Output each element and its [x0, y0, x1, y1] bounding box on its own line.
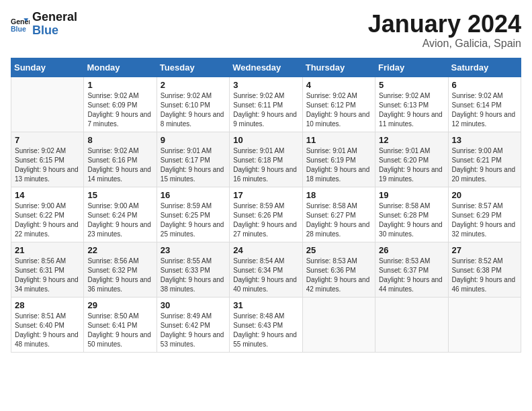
day-number: 20	[452, 190, 517, 200]
day-number: 25	[306, 245, 371, 255]
day-info: Sunrise: 9:02 AMSunset: 6:10 PMDaylight:…	[161, 91, 226, 129]
day-number: 7	[15, 135, 80, 145]
day-info: Sunrise: 8:59 AMSunset: 6:25 PMDaylight:…	[161, 201, 226, 239]
day-number: 22	[87, 245, 152, 255]
day-info: Sunrise: 9:02 AMSunset: 6:13 PMDaylight:…	[379, 91, 444, 129]
calendar-cell: 9Sunrise: 9:01 AMSunset: 6:17 PMDaylight…	[157, 132, 229, 187]
day-number: 9	[161, 135, 226, 145]
day-info: Sunrise: 9:02 AMSunset: 6:15 PMDaylight:…	[15, 146, 80, 184]
day-info: Sunrise: 9:02 AMSunset: 6:09 PMDaylight:…	[87, 91, 152, 129]
day-info: Sunrise: 8:56 AMSunset: 6:31 PMDaylight:…	[15, 257, 80, 294]
calendar-cell: 8Sunrise: 9:02 AMSunset: 6:16 PMDaylight…	[84, 132, 157, 187]
day-info: Sunrise: 9:02 AMSunset: 6:14 PMDaylight:…	[452, 91, 517, 129]
day-number: 1	[87, 80, 152, 90]
logo: General Blue GeneralBlue	[11, 11, 77, 38]
calendar-cell: 24Sunrise: 8:54 AMSunset: 6:34 PMDayligh…	[230, 242, 302, 297]
calendar-cell: 25Sunrise: 8:53 AMSunset: 6:36 PMDayligh…	[302, 242, 375, 297]
day-info: Sunrise: 9:00 AMSunset: 6:22 PMDaylight:…	[15, 201, 80, 239]
day-info: Sunrise: 9:02 AMSunset: 6:12 PMDaylight:…	[306, 91, 371, 129]
day-info: Sunrise: 9:01 AMSunset: 6:18 PMDaylight:…	[233, 146, 298, 184]
calendar-cell: 23Sunrise: 8:55 AMSunset: 6:33 PMDayligh…	[157, 242, 229, 297]
title-block: January 2024 Avion, Galicia, Spain	[368, 11, 521, 50]
calendar-cell	[448, 297, 521, 352]
day-number: 27	[452, 245, 517, 255]
day-info: Sunrise: 8:58 AMSunset: 6:27 PMDaylight:…	[306, 201, 371, 239]
day-number: 31	[233, 300, 298, 310]
page-header: General Blue GeneralBlue January 2024 Av…	[11, 11, 521, 50]
calendar-cell	[11, 77, 84, 132]
location-subtitle: Avion, Galicia, Spain	[368, 38, 521, 50]
day-info: Sunrise: 9:01 AMSunset: 6:20 PMDaylight:…	[379, 146, 444, 184]
day-header-friday: Friday	[375, 58, 448, 77]
calendar-cell: 18Sunrise: 8:58 AMSunset: 6:27 PMDayligh…	[302, 187, 375, 242]
calendar-cell: 30Sunrise: 8:49 AMSunset: 6:42 PMDayligh…	[157, 297, 229, 352]
calendar-cell	[375, 297, 448, 352]
day-header-sunday: Sunday	[11, 58, 84, 77]
day-number: 13	[452, 135, 517, 145]
calendar-cell: 26Sunrise: 8:53 AMSunset: 6:37 PMDayligh…	[375, 242, 448, 297]
calendar-cell: 7Sunrise: 9:02 AMSunset: 6:15 PMDaylight…	[11, 132, 84, 187]
day-header-saturday: Saturday	[448, 58, 521, 77]
day-number: 15	[87, 190, 152, 200]
day-number: 24	[233, 245, 298, 255]
day-info: Sunrise: 8:53 AMSunset: 6:37 PMDaylight:…	[379, 257, 444, 294]
day-info: Sunrise: 8:53 AMSunset: 6:36 PMDaylight:…	[306, 257, 371, 294]
day-number: 12	[379, 135, 444, 145]
day-info: Sunrise: 8:52 AMSunset: 6:38 PMDaylight:…	[452, 257, 517, 294]
calendar-cell: 20Sunrise: 8:57 AMSunset: 6:29 PMDayligh…	[448, 187, 521, 242]
day-number: 19	[379, 190, 444, 200]
calendar-cell: 10Sunrise: 9:01 AMSunset: 6:18 PMDayligh…	[230, 132, 302, 187]
day-number: 29	[87, 300, 152, 310]
calendar-cell: 29Sunrise: 8:50 AMSunset: 6:41 PMDayligh…	[84, 297, 157, 352]
calendar-week-row: 7Sunrise: 9:02 AMSunset: 6:15 PMDaylight…	[11, 132, 521, 187]
day-info: Sunrise: 9:00 AMSunset: 6:24 PMDaylight:…	[87, 201, 152, 239]
day-info: Sunrise: 8:49 AMSunset: 6:42 PMDaylight:…	[161, 312, 226, 349]
month-year-title: January 2024	[368, 11, 521, 38]
calendar-cell: 13Sunrise: 9:00 AMSunset: 6:21 PMDayligh…	[448, 132, 521, 187]
day-number: 23	[161, 245, 226, 255]
logo-text: GeneralBlue	[32, 11, 77, 38]
day-info: Sunrise: 8:54 AMSunset: 6:34 PMDaylight:…	[233, 257, 298, 294]
day-info: Sunrise: 8:59 AMSunset: 6:26 PMDaylight:…	[233, 201, 298, 239]
day-number: 3	[233, 80, 298, 90]
calendar-header-row: SundayMondayTuesdayWednesdayThursdayFrid…	[11, 58, 521, 77]
logo-icon: General Blue	[11, 15, 30, 34]
calendar-cell: 22Sunrise: 8:56 AMSunset: 6:32 PMDayligh…	[84, 242, 157, 297]
calendar-cell: 14Sunrise: 9:00 AMSunset: 6:22 PMDayligh…	[11, 187, 84, 242]
calendar-cell	[302, 297, 375, 352]
calendar-cell: 19Sunrise: 8:58 AMSunset: 6:28 PMDayligh…	[375, 187, 448, 242]
day-number: 10	[233, 135, 298, 145]
day-info: Sunrise: 8:50 AMSunset: 6:41 PMDaylight:…	[87, 312, 152, 349]
day-info: Sunrise: 9:02 AMSunset: 6:16 PMDaylight:…	[87, 146, 152, 184]
calendar-week-row: 14Sunrise: 9:00 AMSunset: 6:22 PMDayligh…	[11, 187, 521, 242]
day-number: 4	[306, 80, 371, 90]
day-number: 18	[306, 190, 371, 200]
svg-text:Blue: Blue	[11, 24, 26, 32]
day-info: Sunrise: 8:57 AMSunset: 6:29 PMDaylight:…	[452, 201, 517, 239]
day-info: Sunrise: 9:00 AMSunset: 6:21 PMDaylight:…	[452, 146, 517, 184]
day-header-thursday: Thursday	[302, 58, 375, 77]
day-info: Sunrise: 9:01 AMSunset: 6:19 PMDaylight:…	[306, 146, 371, 184]
day-info: Sunrise: 9:02 AMSunset: 6:11 PMDaylight:…	[233, 91, 298, 129]
calendar-cell: 31Sunrise: 8:48 AMSunset: 6:43 PMDayligh…	[230, 297, 302, 352]
calendar-cell: 5Sunrise: 9:02 AMSunset: 6:13 PMDaylight…	[375, 77, 448, 132]
day-header-monday: Monday	[84, 58, 157, 77]
day-info: Sunrise: 8:48 AMSunset: 6:43 PMDaylight:…	[233, 312, 298, 349]
day-number: 6	[452, 80, 517, 90]
calendar-cell: 28Sunrise: 8:51 AMSunset: 6:40 PMDayligh…	[11, 297, 84, 352]
calendar-cell: 11Sunrise: 9:01 AMSunset: 6:19 PMDayligh…	[302, 132, 375, 187]
day-number: 30	[161, 300, 226, 310]
calendar-cell: 16Sunrise: 8:59 AMSunset: 6:25 PMDayligh…	[157, 187, 229, 242]
calendar-body: 1Sunrise: 9:02 AMSunset: 6:09 PMDaylight…	[11, 77, 521, 352]
day-info: Sunrise: 8:56 AMSunset: 6:32 PMDaylight:…	[87, 257, 152, 294]
calendar-cell: 17Sunrise: 8:59 AMSunset: 6:26 PMDayligh…	[230, 187, 302, 242]
calendar-cell: 2Sunrise: 9:02 AMSunset: 6:10 PMDaylight…	[157, 77, 229, 132]
calendar-cell: 1Sunrise: 9:02 AMSunset: 6:09 PMDaylight…	[84, 77, 157, 132]
day-number: 5	[379, 80, 444, 90]
calendar-cell: 27Sunrise: 8:52 AMSunset: 6:38 PMDayligh…	[448, 242, 521, 297]
day-header-wednesday: Wednesday	[230, 58, 302, 77]
day-info: Sunrise: 8:51 AMSunset: 6:40 PMDaylight:…	[15, 312, 80, 349]
day-number: 26	[379, 245, 444, 255]
day-number: 16	[161, 190, 226, 200]
day-info: Sunrise: 8:58 AMSunset: 6:28 PMDaylight:…	[379, 201, 444, 239]
